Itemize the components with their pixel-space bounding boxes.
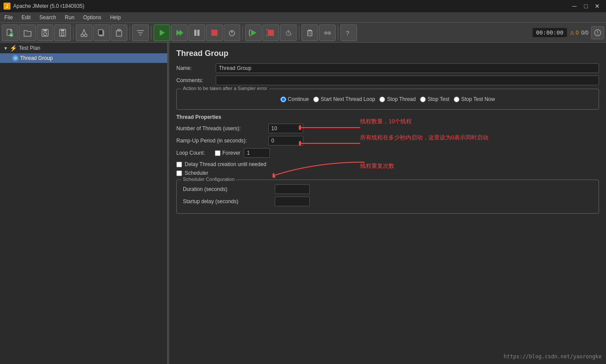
radio-stop-test-now-input[interactable] (454, 97, 459, 102)
scheduler-label[interactable]: Scheduler (185, 170, 208, 176)
watermark: https://blog.csdn.net/yaorongke (504, 354, 602, 360)
svg-rect-33 (308, 31, 312, 36)
copy-button[interactable] (93, 24, 110, 41)
remote-stop-button[interactable] (263, 24, 279, 41)
stop-button[interactable] (206, 24, 223, 41)
menu-search[interactable]: Search (35, 12, 60, 22)
radio-stop-test-label: Stop Test (427, 96, 449, 102)
maximize-button[interactable]: □ (581, 2, 591, 10)
duration-input[interactable] (275, 184, 310, 194)
svg-text:⊗: ⊗ (327, 30, 331, 35)
app-icon: J (4, 3, 11, 10)
svg-rect-29 (268, 30, 274, 36)
svg-marker-20 (160, 30, 165, 36)
startup-delay-input[interactable] (275, 197, 310, 206)
tree-arrow-testplan: ▼ (4, 46, 8, 51)
svg-text:?: ? (346, 29, 349, 37)
remote-shutdown-button[interactable]: R (280, 24, 297, 41)
minimize-button[interactable]: ─ (569, 2, 580, 10)
radio-stop-test-now[interactable]: Stop Test Now (454, 96, 495, 102)
error-count: 0/0 (581, 30, 588, 36)
loop-forever-group: Forever (215, 150, 240, 156)
startup-delay-row: Startup delay (seconds) (183, 197, 592, 206)
radio-start-next-input[interactable] (313, 97, 319, 102)
loop-count-input[interactable] (244, 148, 270, 158)
svg-line-11 (82, 29, 84, 34)
clear-button[interactable] (301, 24, 318, 41)
sampler-error-title: Action to be taken after a Sampler error (181, 86, 269, 91)
radio-continue-label: Continue (288, 96, 309, 102)
radio-stop-test-now-label: Stop Test Now (461, 96, 495, 102)
titlebar-controls: ─ □ ✕ (569, 2, 602, 10)
sidebar-item-threadgroup[interactable]: ⚙ Thread Group (0, 53, 167, 63)
svg-point-9 (81, 34, 84, 37)
threadgroup-label: Thread Group (20, 55, 53, 61)
comments-input[interactable] (216, 76, 599, 85)
sidebar: ▼ ⚡ Test Plan ⚙ Thread Group (0, 43, 168, 364)
delay-label[interactable]: Delay Thread creation until needed (185, 161, 266, 167)
name-label: Name: (176, 65, 216, 71)
menu-help[interactable]: Help (105, 12, 125, 22)
name-input[interactable] (216, 63, 599, 73)
svg-rect-24 (197, 30, 200, 36)
sampler-error-radio-group: Continue Start Next Thread Loop Stop Thr… (183, 94, 592, 105)
num-threads-row: Number of Threads (users): (176, 124, 599, 133)
scheduler-config-group: Scheduler Configuration Duration (second… (176, 180, 599, 214)
function-helper-button[interactable]: ? (340, 24, 357, 41)
threadgroup-icon: ⚙ (12, 55, 18, 61)
menubar: File Edit Search Run Options Help (0, 12, 606, 23)
testplan-icon: ⚡ (10, 45, 17, 52)
svg-rect-25 (211, 30, 217, 36)
remote-start-button[interactable] (245, 24, 262, 41)
ramp-up-label: Ramp-Up Period (in seconds): (176, 138, 268, 144)
shutdown-button[interactable] (224, 24, 240, 41)
radio-start-next-label: Start Next Thread Loop (321, 96, 375, 102)
close-button[interactable]: ✕ (592, 2, 602, 10)
menu-run[interactable]: Run (60, 12, 79, 22)
save-button[interactable] (54, 24, 71, 41)
svg-rect-16 (118, 29, 120, 31)
radio-continue-input[interactable] (280, 97, 286, 102)
expand-button[interactable] (132, 24, 149, 41)
delay-thread-row: Delay Thread creation until needed (176, 161, 599, 167)
radio-continue[interactable]: Continue (280, 96, 309, 102)
comments-row: Comments: (176, 76, 599, 85)
start-button[interactable] (154, 24, 170, 41)
radio-stop-thread-input[interactable] (379, 97, 385, 102)
clear-all-button[interactable]: ⊗⊗ (319, 24, 336, 41)
radio-start-next[interactable]: Start Next Thread Loop (313, 96, 375, 102)
ramp-up-input[interactable] (268, 136, 303, 146)
save-as-button[interactable] (37, 24, 53, 41)
num-threads-input[interactable] (268, 124, 303, 133)
scheduler-checkbox[interactable] (176, 170, 182, 176)
start-no-pause-button[interactable] (171, 24, 188, 41)
svg-rect-5 (44, 33, 46, 35)
num-threads-label: Number of Threads (users): (176, 125, 268, 132)
warning-icon: ⚠ (570, 30, 574, 36)
name-row: Name: (176, 63, 599, 73)
paste-button[interactable] (111, 24, 127, 41)
toolbar-right: 00:00:00 ⚠ 0 0/0 (532, 26, 604, 39)
open-button[interactable] (19, 24, 36, 41)
radio-stop-test-input[interactable] (420, 97, 426, 102)
new-button[interactable]: + (2, 24, 18, 41)
delay-checkbox[interactable] (176, 162, 182, 167)
menu-options[interactable]: Options (79, 12, 105, 22)
separator-4 (242, 26, 243, 39)
forever-label[interactable]: Forever (222, 150, 240, 156)
radio-stop-test[interactable]: Stop Test (420, 96, 449, 102)
separator-2 (130, 26, 130, 39)
menu-file[interactable]: File (0, 12, 17, 22)
forever-checkbox[interactable] (215, 150, 221, 156)
menu-edit[interactable]: Edit (17, 12, 35, 22)
svg-rect-8 (61, 33, 64, 35)
cut-button[interactable] (76, 24, 92, 41)
toolbar: + (0, 23, 606, 43)
scheduler-row: Scheduler (176, 170, 599, 176)
testplan-label: Test Plan (19, 45, 40, 51)
sidebar-item-testplan[interactable]: ▼ ⚡ Test Plan (0, 43, 167, 53)
test-log-button[interactable] (591, 26, 604, 39)
pause-button[interactable] (189, 24, 205, 41)
svg-rect-4 (43, 29, 47, 31)
radio-stop-thread[interactable]: Stop Thread (379, 96, 416, 102)
